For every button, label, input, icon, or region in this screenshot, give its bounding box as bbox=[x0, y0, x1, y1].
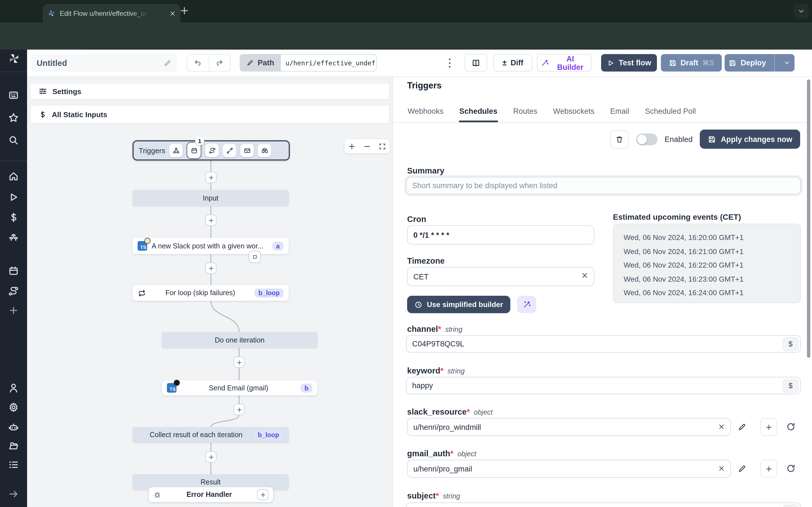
timezone-input[interactable] bbox=[407, 267, 594, 286]
home-icon[interactable] bbox=[8, 171, 19, 182]
scheduled-poll-trigger-icon[interactable] bbox=[258, 144, 271, 157]
tab-schedules[interactable]: Schedules bbox=[459, 104, 498, 122]
clear-resource-icon[interactable] bbox=[718, 423, 725, 431]
deploy-dropdown-button[interactable] bbox=[779, 59, 795, 66]
deploy-button-group: Deploy bbox=[725, 54, 795, 71]
early-stop-icon[interactable] bbox=[249, 251, 261, 263]
delete-schedule-button[interactable] bbox=[610, 130, 628, 149]
resources-boxes-icon[interactable] bbox=[8, 232, 19, 243]
triggers-node[interactable]: Triggers 1 bbox=[133, 140, 290, 161]
insert-variable-button[interactable]: $ bbox=[783, 379, 799, 392]
workers-bot-icon[interactable] bbox=[8, 421, 19, 433]
forloop-step-node[interactable]: For loop (skip failures) b_loop bbox=[133, 285, 289, 301]
tab-webhooks[interactable]: Webhooks bbox=[407, 104, 444, 122]
flow-name: Untitled bbox=[37, 58, 163, 67]
insert-step-button[interactable] bbox=[234, 404, 245, 415]
summary-input[interactable] bbox=[406, 177, 801, 194]
webhook-trigger-icon[interactable] bbox=[169, 144, 183, 157]
ai-cron-wand-button[interactable] bbox=[517, 296, 536, 313]
do-one-iteration-node[interactable]: Do one iteration bbox=[162, 332, 317, 348]
tab-email[interactable]: Email bbox=[610, 104, 630, 122]
runs-play-icon[interactable] bbox=[8, 191, 19, 203]
tab-scheduled-poll[interactable]: Scheduled Poll bbox=[645, 104, 696, 122]
zoom-in-icon[interactable] bbox=[348, 142, 356, 150]
schedule-trigger-icon[interactable]: 1 bbox=[187, 142, 201, 159]
keyword-input[interactable] bbox=[406, 377, 801, 394]
add-resource-button[interactable] bbox=[760, 418, 777, 436]
insert-step-button[interactable] bbox=[205, 215, 216, 226]
tab-routes[interactable]: Routes bbox=[513, 104, 538, 122]
path-button[interactable]: Path bbox=[240, 54, 281, 71]
windmill-logo[interactable] bbox=[7, 52, 21, 65]
flow-name-field[interactable]: Untitled bbox=[31, 54, 177, 71]
gmail-auth-input[interactable] bbox=[407, 460, 731, 478]
draft-shortcut: ⌘S bbox=[702, 59, 714, 67]
channel-input[interactable] bbox=[406, 335, 801, 353]
slack-step-node[interactable]: TS A new Slack post with a given wor... … bbox=[133, 238, 289, 254]
favorites-star-icon[interactable] bbox=[8, 112, 19, 123]
refresh-resource-icon[interactable] bbox=[786, 464, 796, 473]
ai-builder-button[interactable]: AI Builder bbox=[537, 54, 592, 71]
draft-button[interactable]: Draft ⌘S bbox=[661, 54, 722, 71]
email-trigger-icon[interactable] bbox=[240, 144, 254, 157]
deploy-button[interactable]: Deploy bbox=[725, 59, 770, 67]
variables-dollar-icon[interactable] bbox=[8, 212, 19, 223]
folders-icon[interactable] bbox=[8, 440, 19, 451]
zoom-out-icon[interactable] bbox=[363, 142, 371, 150]
insert-step-button[interactable] bbox=[205, 172, 216, 183]
insert-variable-button[interactable]: $ bbox=[783, 504, 799, 507]
plus-minus-icon: ± bbox=[502, 59, 507, 67]
browser-tab[interactable]: Edit Flow u/henri/effective_un bbox=[43, 4, 181, 22]
edit-resource-pencil-icon[interactable] bbox=[738, 422, 747, 432]
user-icon[interactable] bbox=[8, 383, 19, 394]
window-chevron-button[interactable] bbox=[794, 4, 809, 18]
insert-step-button[interactable] bbox=[234, 356, 245, 368]
clear-resource-icon[interactable] bbox=[718, 465, 725, 472]
edit-resource-pencil-icon[interactable] bbox=[738, 464, 747, 473]
cron-input[interactable] bbox=[407, 225, 594, 244]
schedules-calendar-icon[interactable] bbox=[8, 265, 19, 277]
fit-view-icon[interactable] bbox=[378, 142, 386, 150]
logs-list-icon[interactable] bbox=[8, 459, 19, 470]
search-icon[interactable] bbox=[8, 135, 19, 146]
test-flow-button[interactable]: Test flow bbox=[601, 54, 657, 71]
add-error-handler-button[interactable] bbox=[257, 489, 268, 500]
docs-book-button[interactable] bbox=[465, 54, 487, 71]
more-options-kebab-icon[interactable] bbox=[446, 56, 454, 70]
panel-scrollbar[interactable] bbox=[807, 79, 810, 358]
subject-input[interactable] bbox=[406, 503, 801, 507]
insert-step-button[interactable] bbox=[205, 451, 216, 462]
apps-icon[interactable] bbox=[8, 90, 19, 101]
wand-icon bbox=[541, 59, 549, 67]
error-handler-node[interactable]: Error Handler bbox=[148, 487, 273, 503]
path-input[interactable]: u/henri/effective_undef bbox=[281, 54, 377, 71]
add-plus-icon[interactable] bbox=[8, 305, 19, 316]
simplified-builder-button[interactable]: Use simplified builder bbox=[407, 296, 510, 313]
diff-button[interactable]: ± Diff bbox=[493, 54, 532, 71]
insert-step-button[interactable] bbox=[205, 263, 216, 274]
expand-arrow-icon[interactable] bbox=[8, 489, 19, 500]
step-id-badge: b bbox=[301, 383, 312, 392]
routes-trigger-icon[interactable] bbox=[205, 144, 219, 157]
websocket-trigger-icon[interactable] bbox=[223, 144, 236, 157]
add-resource-button[interactable] bbox=[760, 460, 777, 478]
flows-route-icon[interactable] bbox=[8, 286, 19, 297]
insert-variable-button[interactable]: $ bbox=[783, 337, 799, 351]
apply-changes-button[interactable]: Apply changes now bbox=[700, 129, 800, 149]
enabled-toggle[interactable] bbox=[636, 133, 657, 145]
new-tab-button[interactable] bbox=[179, 6, 190, 16]
edit-pencil-icon[interactable] bbox=[163, 59, 171, 67]
clear-timezone-icon[interactable] bbox=[581, 272, 589, 279]
tab-close-icon[interactable] bbox=[169, 10, 176, 17]
collect-result-node[interactable]: Collect result of each iteration b_loop bbox=[133, 427, 289, 443]
typescript-icon: TS bbox=[167, 383, 176, 393]
redo-button[interactable] bbox=[209, 55, 230, 71]
input-node[interactable]: Input bbox=[133, 190, 289, 206]
settings-gear-icon[interactable] bbox=[8, 402, 19, 413]
undo-button[interactable] bbox=[187, 55, 209, 71]
refresh-resource-icon[interactable] bbox=[786, 422, 796, 432]
tab-websockets[interactable]: Websockets bbox=[553, 104, 595, 122]
slack-resource-input[interactable] bbox=[407, 418, 731, 436]
send-email-step-node[interactable]: TS Send Email (gmail) b bbox=[162, 380, 317, 395]
required-mark: * bbox=[450, 449, 453, 458]
